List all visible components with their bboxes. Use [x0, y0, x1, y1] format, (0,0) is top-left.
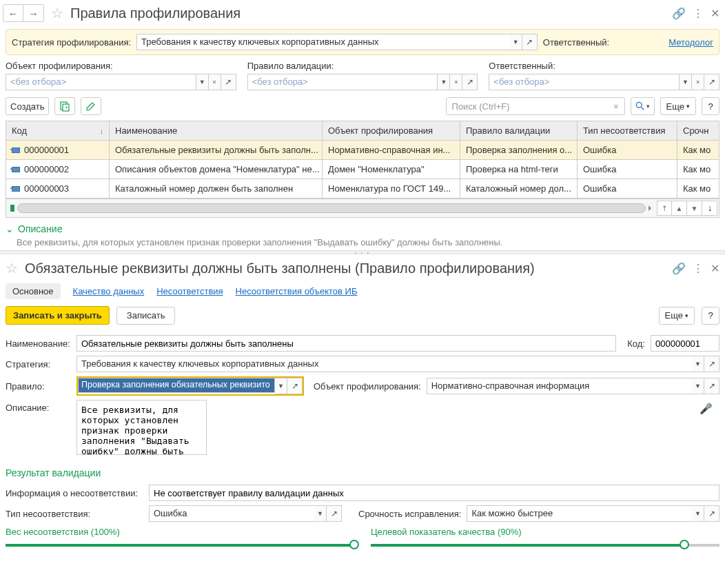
more-button[interactable]: Еще ▾ [660, 97, 696, 115]
edit-button[interactable] [81, 97, 101, 115]
weight-slider[interactable] [6, 544, 354, 547]
rule-dropdown[interactable]: ▼ [275, 378, 287, 394]
table-row[interactable]: 000000001 Обязательные реквизиты должны … [6, 141, 719, 160]
target-slider[interactable] [371, 544, 719, 547]
filter-object-input[interactable]: <без отбора> [6, 74, 196, 90]
detail-help-button[interactable]: ? [702, 307, 719, 325]
urg-open[interactable]: ↗ [704, 505, 719, 522]
weight-slider-block: Вес несоответствия (100%) [6, 527, 354, 547]
strategy-value[interactable]: Требования к качеству ключевых корпорати… [136, 34, 510, 50]
urg-dropdown[interactable]: ▼ [692, 505, 704, 522]
col-obj[interactable]: Объект профилирования [323, 121, 460, 141]
kebab-icon[interactable]: ⋮ [693, 262, 704, 275]
grid-nav-buttons: ⤒ ▲ ▼ ⤓ [657, 201, 717, 216]
col-urgency[interactable]: Срочн [677, 121, 719, 141]
detail-title: Обязательные реквизиты должны быть запол… [25, 261, 668, 276]
result-section-title: Результат валидации [6, 467, 719, 478]
filter-object-open[interactable]: ↗ [221, 74, 236, 90]
grid-up-button[interactable]: ▲ [672, 201, 687, 216]
copy-button[interactable]: + [54, 97, 75, 115]
tab-main[interactable]: Основное [6, 283, 61, 299]
nav-back-button[interactable]: ← [3, 4, 23, 22]
info-input[interactable] [149, 485, 719, 501]
obj-open[interactable]: ↗ [704, 378, 719, 394]
strategy-input[interactable]: Требования к качеству ключевых корпорати… [76, 356, 692, 372]
grid-header-row: Код↓ Наименование Объект профилирования … [6, 121, 719, 141]
weight-slider-label: Вес несоответствия (100%) [6, 527, 354, 537]
star-icon[interactable]: ☆ [48, 5, 66, 21]
detail-button-row: Записать и закрыть Записать Еще ▾ ? [0, 306, 725, 333]
filter-responsible-open[interactable]: ↗ [704, 74, 719, 90]
nav-forward-button[interactable]: → [23, 4, 44, 22]
filter-object-clear[interactable]: × [209, 74, 221, 90]
obj-dropdown[interactable]: ▼ [692, 378, 704, 394]
tab-issues[interactable]: Несоответствия [156, 283, 223, 299]
kebab-icon[interactable]: ⋮ [693, 7, 704, 20]
grid-down-button[interactable]: ▼ [687, 201, 702, 216]
filter-rule-input[interactable]: <без отбора> [247, 74, 438, 90]
target-slider-thumb[interactable] [680, 540, 689, 549]
grid-first-button[interactable]: ⤒ [657, 201, 672, 216]
type-input[interactable]: Ошибка [149, 505, 314, 522]
filter-rule-dropdown[interactable]: ▼ [438, 74, 450, 90]
save-button[interactable]: Записать [116, 307, 176, 325]
link-icon[interactable]: 🔗 [672, 262, 686, 275]
tab-issues-ib[interactable]: Несоответствия объектов ИБ [236, 283, 358, 299]
urg-input[interactable]: Как можно быстрее [467, 505, 692, 522]
description-toggle[interactable]: ⌄ Описание [6, 223, 719, 234]
filter-responsible-dropdown[interactable]: ▼ [680, 74, 692, 90]
rules-grid: Код↓ Наименование Объект профилирования … [6, 121, 719, 199]
weight-slider-thumb[interactable] [349, 540, 359, 549]
strategy-select[interactable]: Требования к качеству ключевых корпорати… [136, 34, 538, 50]
table-row[interactable]: 000000002 Описания объектов домена "Номе… [6, 160, 719, 179]
col-code[interactable]: Код↓ [6, 121, 110, 141]
tab-quality[interactable]: Качество данных [73, 283, 145, 299]
strategy-dropdown-button[interactable]: ▼ [510, 34, 522, 50]
mic-icon[interactable]: 🎤 [700, 403, 715, 415]
filter-responsible-input[interactable]: <без отбора> [489, 74, 680, 90]
filter-object-label: Объект профилирования: [6, 61, 236, 71]
filters-row: Объект профилирования: <без отбора> ▼ × … [0, 61, 725, 90]
search-button[interactable]: ▾ [631, 97, 655, 115]
strategy-dropdown-2[interactable]: ▼ [692, 356, 704, 372]
save-close-button[interactable]: Записать и закрыть [6, 306, 110, 325]
horizontal-scrollbar[interactable] [17, 203, 646, 213]
filter-rule-open[interactable]: ↗ [462, 74, 478, 90]
name-input[interactable] [76, 335, 616, 352]
search-clear-icon[interactable]: × [611, 101, 622, 112]
strategy-open-button[interactable]: ↗ [522, 34, 538, 50]
create-button[interactable]: Создать [6, 97, 49, 115]
filter-responsible-clear[interactable]: × [692, 74, 704, 90]
type-dropdown[interactable]: ▼ [314, 505, 327, 522]
target-slider-block: Целевой показатель качества (90%) [371, 527, 719, 547]
grid-last-button[interactable]: ⤓ [702, 201, 717, 216]
filter-rule-clear[interactable]: × [450, 74, 462, 90]
rule-input[interactable]: Проверка заполнения обязательных реквизи… [78, 378, 275, 393]
detail-more-button[interactable]: Еще ▾ [659, 307, 695, 325]
top-titlebar: ← → ☆ Правила профилирования 🔗 ⋮ ✕ [0, 0, 725, 28]
col-type[interactable]: Тип несоответствия [578, 121, 677, 141]
close-icon[interactable]: ✕ [711, 7, 719, 20]
code-input[interactable] [651, 335, 719, 352]
responsible-link[interactable]: Методолог [668, 37, 713, 48]
type-open[interactable]: ↗ [327, 505, 342, 522]
responsible-label: Ответственный: [543, 37, 609, 48]
close-icon[interactable]: ✕ [711, 262, 719, 275]
link-icon[interactable]: 🔗 [672, 7, 686, 20]
row-strategy: Стратегия: Требования к качеству ключевы… [0, 354, 725, 374]
desc-textarea[interactable] [76, 400, 207, 455]
table-row[interactable]: 000000003 Каталожный номер должен быть з… [6, 179, 719, 199]
search-box[interactable]: × [446, 97, 625, 115]
filter-responsible: Ответственный: <без отбора> ▼ × ↗ [489, 61, 719, 90]
rule-select-highlighted[interactable]: Проверка заполнения обязательных реквизи… [76, 376, 304, 396]
star-icon[interactable]: ☆ [3, 260, 21, 276]
rule-open[interactable]: ↗ [287, 378, 303, 394]
help-button[interactable]: ? [702, 97, 719, 115]
col-name[interactable]: Наименование [110, 121, 323, 141]
filter-object-dropdown[interactable]: ▼ [196, 74, 209, 90]
search-input[interactable] [451, 101, 611, 112]
strategy-open-2[interactable]: ↗ [704, 356, 719, 372]
row-info: Информация о несоответствии: [0, 483, 725, 503]
obj-input[interactable]: Нормативно-справочная информация [427, 378, 692, 394]
col-rule[interactable]: Правило валидации [460, 121, 578, 141]
